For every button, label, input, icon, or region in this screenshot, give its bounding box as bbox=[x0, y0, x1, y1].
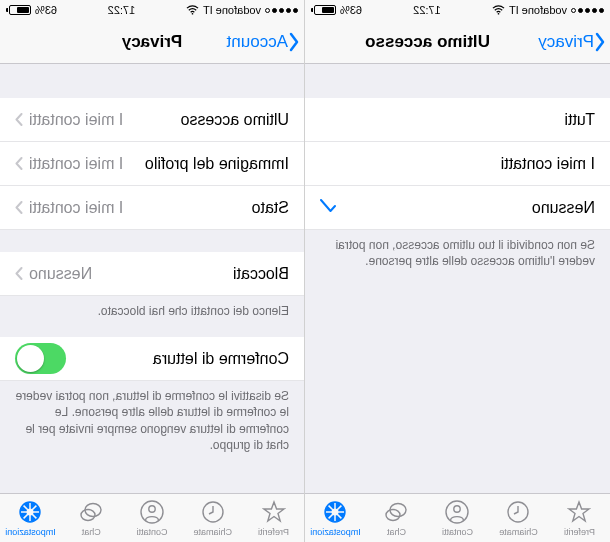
wifi-icon bbox=[186, 5, 199, 15]
tab-favorites[interactable]: Preferiti bbox=[549, 494, 610, 542]
back-button[interactable]: Account bbox=[227, 32, 304, 52]
tab-label: Contatti bbox=[137, 527, 168, 537]
carrier-label: vodafone IT bbox=[203, 4, 261, 16]
svg-point-12 bbox=[192, 13, 194, 15]
option-label: Nessuno bbox=[336, 199, 595, 217]
content-area: Tutti I miei contatti Nessuno Se non con… bbox=[305, 64, 610, 493]
carrier-label: vodafone IT bbox=[509, 4, 567, 16]
chat-icon bbox=[384, 499, 410, 525]
chevron-right-icon bbox=[15, 267, 23, 280]
row-value: I miei contatti bbox=[29, 199, 123, 217]
row-conferme-lettura: Conferme di lettura bbox=[0, 337, 304, 381]
option-tutti[interactable]: Tutti bbox=[305, 98, 610, 142]
chat-icon bbox=[78, 499, 104, 525]
chevron-right-icon bbox=[15, 157, 23, 170]
tab-contacts[interactable]: Contatti bbox=[122, 494, 183, 542]
wifi-icon bbox=[492, 5, 505, 15]
nav-bar: Account Privacy bbox=[0, 20, 304, 64]
status-bar: vodafone IT 17:22 63% bbox=[0, 0, 304, 20]
tab-favorites[interactable]: Preferiti bbox=[243, 494, 304, 542]
option-label: Tutti bbox=[320, 111, 595, 129]
row-ultimo-accesso[interactable]: Ultimo accesso I miei contatti bbox=[0, 98, 304, 142]
tab-label: Preferiti bbox=[564, 527, 595, 537]
signal-dots-icon bbox=[571, 8, 604, 13]
tab-bar: Preferiti Chiamate Contatti Chat Imposta… bbox=[305, 493, 610, 542]
battery-pct-label: 63% bbox=[340, 4, 362, 16]
option-miei-contatti[interactable]: I miei contatti bbox=[305, 142, 610, 186]
battery-pct-label: 63% bbox=[35, 4, 57, 16]
row-immagine-profilo[interactable]: Immagine del profilo I miei contatti bbox=[0, 142, 304, 186]
signal-dots-icon bbox=[265, 8, 298, 13]
back-label: Account bbox=[227, 32, 288, 52]
chevron-left-icon bbox=[594, 32, 606, 52]
person-icon bbox=[445, 499, 471, 525]
option-footer: Se non condividi il tuo ultimo accesso, … bbox=[305, 230, 610, 277]
person-icon bbox=[139, 499, 165, 525]
screen-ultimo-accesso: vodafone IT 17:22 63% Privacy Ultimo acc… bbox=[305, 0, 610, 542]
option-nessuno[interactable]: Nessuno bbox=[305, 186, 610, 230]
back-label: Privacy bbox=[538, 32, 594, 52]
row-label: Stato bbox=[123, 199, 289, 217]
row-bloccati[interactable]: Bloccati Nessuno bbox=[0, 252, 304, 296]
checkmark-icon bbox=[320, 197, 336, 218]
chevron-right-icon bbox=[15, 201, 23, 214]
clock-label: 17:22 bbox=[413, 4, 441, 16]
option-label: I miei contatti bbox=[320, 155, 595, 173]
chevron-right-icon bbox=[15, 113, 23, 126]
battery-icon bbox=[6, 5, 31, 15]
tab-recents[interactable]: Chiamate bbox=[488, 494, 549, 542]
svg-point-15 bbox=[149, 506, 155, 512]
row-value: I miei contatti bbox=[29, 155, 123, 173]
row-value: I miei contatti bbox=[29, 111, 123, 129]
star-icon bbox=[567, 499, 593, 525]
tab-contacts[interactable]: Contatti bbox=[427, 494, 488, 542]
row-label: Conferme di lettura bbox=[66, 350, 289, 368]
tab-label: Chiamate bbox=[194, 527, 233, 537]
conferme-footer: Se disattivi le conferme di lettura, non… bbox=[0, 381, 304, 461]
tab-label: Chat bbox=[387, 527, 406, 537]
gear-icon bbox=[323, 499, 349, 525]
row-value: Nessuno bbox=[29, 265, 92, 283]
clock-icon bbox=[200, 499, 226, 525]
tab-settings[interactable]: Impostazioni bbox=[0, 494, 61, 542]
tab-label: Impostazioni bbox=[5, 527, 56, 537]
tab-label: Contatti bbox=[442, 527, 473, 537]
tab-recents[interactable]: Chiamate bbox=[182, 494, 243, 542]
row-label: Immagine del profilo bbox=[123, 155, 289, 173]
row-stato[interactable]: Stato I miei contatti bbox=[0, 186, 304, 230]
svg-point-3 bbox=[454, 506, 460, 512]
screen-privacy: vodafone IT 17:22 63% Account Privacy Ul… bbox=[0, 0, 305, 542]
tab-label: Chiamate bbox=[499, 527, 538, 537]
tab-chat[interactable]: Chat bbox=[61, 494, 122, 542]
chevron-left-icon bbox=[288, 32, 300, 52]
bloccati-footer: Elenco dei contatti che hai bloccato. bbox=[0, 296, 304, 327]
tab-chat[interactable]: Chat bbox=[366, 494, 427, 542]
tab-label: Chat bbox=[82, 527, 101, 537]
svg-point-0 bbox=[498, 13, 500, 15]
battery-icon bbox=[311, 5, 336, 15]
tab-label: Impostazioni bbox=[310, 527, 361, 537]
tab-settings[interactable]: Impostazioni bbox=[305, 494, 366, 542]
gear-icon bbox=[17, 499, 43, 525]
row-label: Bloccati bbox=[92, 265, 289, 283]
back-button[interactable]: Privacy bbox=[538, 32, 610, 52]
nav-bar: Privacy Ultimo accesso bbox=[305, 20, 610, 64]
clock-label: 17:22 bbox=[108, 4, 136, 16]
star-icon bbox=[261, 499, 287, 525]
clock-icon bbox=[506, 499, 532, 525]
tab-label: Preferiti bbox=[258, 527, 289, 537]
read-receipts-toggle[interactable] bbox=[15, 343, 66, 374]
status-bar: vodafone IT 17:22 63% bbox=[305, 0, 610, 20]
tab-bar: Preferiti Chiamate Contatti Chat Imposta… bbox=[0, 493, 304, 542]
content-area: Ultimo accesso I miei contatti Immagine … bbox=[0, 64, 304, 493]
row-label: Ultimo accesso bbox=[123, 111, 289, 129]
